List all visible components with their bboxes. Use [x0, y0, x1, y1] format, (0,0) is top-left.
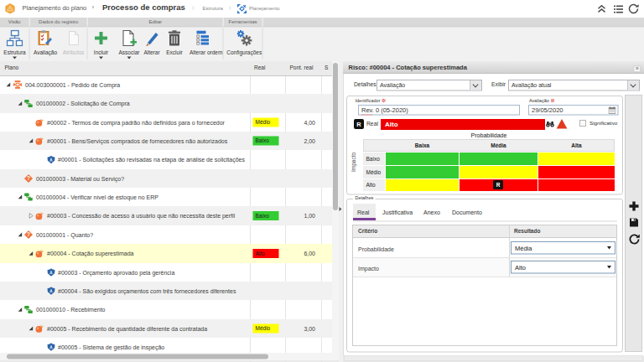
svg-text:?: ?: [27, 175, 30, 181]
svg-text:?: ?: [27, 231, 30, 237]
